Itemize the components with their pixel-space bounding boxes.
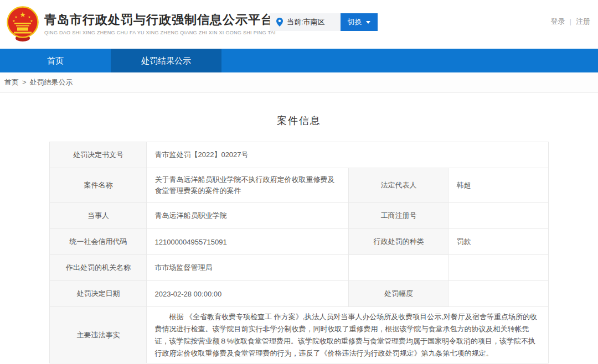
field-label-doc-no: 处罚决定书文号 bbox=[50, 142, 147, 168]
page-title: 案件信息 bbox=[0, 114, 598, 127]
nav-tab-home[interactable]: 首页 bbox=[0, 49, 111, 72]
location-pin-icon bbox=[276, 18, 283, 27]
current-location-label: 当前:市南区 bbox=[287, 17, 325, 27]
table-row-facts: 主要违法事实 根据 《全省教育收费专项检查工 作方案》,执法人员对当事人办公场所… bbox=[50, 307, 548, 363]
field-value-punishment-type: 罚款 bbox=[448, 229, 548, 255]
field-value-legal-representative: 韩超 bbox=[448, 168, 548, 203]
field-label-case-name: 案件名称 bbox=[50, 168, 147, 203]
field-label-authority: 作出处罚的机关名称 bbox=[50, 255, 147, 281]
chevron-down-icon bbox=[366, 21, 370, 24]
field-value-authority: 市市场监督管理局 bbox=[147, 255, 349, 281]
site-title-pinyin: QING DAO SHI XING ZHENG CHU FA YU XING Z… bbox=[44, 30, 276, 35]
svg-text:★: ★ bbox=[28, 15, 30, 19]
empty-cell bbox=[349, 255, 448, 281]
table-row-party: 当事人 青岛远洋船员职业学院 工商注册号 bbox=[50, 203, 548, 229]
switch-district-label: 切换 bbox=[348, 17, 362, 27]
table-row-decision-date: 处罚决定日期 2023-02-28 00:00:00 处罚幅度 bbox=[50, 281, 548, 307]
table-row-authority: 作出处罚的机关名称 市市场监督管理局 bbox=[50, 255, 548, 281]
auth-divider: | bbox=[570, 17, 571, 25]
location-selector: 当前:市南区 切换 bbox=[270, 13, 378, 31]
switch-district-button[interactable]: 切换 bbox=[341, 13, 378, 31]
field-label-decision-date: 处罚决定日期 bbox=[50, 281, 147, 307]
field-value-credit-code: 121000004955715091 bbox=[147, 229, 349, 255]
case-info-table: 处罚决定书文号 青市监处罚【2022】02027号 案件名称 关于青岛远洋船员职… bbox=[49, 142, 548, 363]
breadcrumb-home-link[interactable]: 首页 bbox=[4, 78, 19, 86]
field-label-facts: 主要违法事实 bbox=[50, 307, 147, 363]
brand: ★ ★ ★ ★ ★ 青岛市行政处罚与行政强制信息公示平台 QING DAO SH… bbox=[6, 6, 276, 42]
svg-text:★: ★ bbox=[14, 15, 17, 19]
field-label-credit-code: 统一社会信用代码 bbox=[50, 229, 147, 255]
svg-text:★: ★ bbox=[12, 19, 15, 23]
field-value-party: 青岛远洋船员职业学院 bbox=[147, 203, 349, 229]
field-value-facts: 根据 《全省教育收费专项检查工 作方案》,执法人员对当事人办公场所及收费项目公示… bbox=[147, 307, 548, 363]
table-row-doc-no: 处罚决定书文号 青市监处罚【2022】02027号 bbox=[50, 142, 548, 168]
field-value-doc-no: 青市监处罚【2022】02027号 bbox=[147, 142, 548, 168]
svg-text:★: ★ bbox=[30, 19, 33, 23]
field-value-business-reg-no bbox=[448, 203, 548, 229]
breadcrumb-separator: > bbox=[22, 78, 27, 86]
breadcrumb: 首页>处罚结果公示 bbox=[0, 72, 598, 93]
field-label-business-reg-no: 工商注册号 bbox=[349, 203, 448, 229]
site-header: ★ ★ ★ ★ ★ 青岛市行政处罚与行政强制信息公示平台 QING DAO SH… bbox=[0, 0, 598, 49]
site-title: 青岛市行政处罚与行政强制信息公示平台 bbox=[44, 13, 276, 27]
field-label-punishment-type: 行政处罚的种类 bbox=[349, 229, 448, 255]
auth-links: 登录|注册 bbox=[551, 17, 590, 27]
nav-tab-punishment-results[interactable]: 处罚结果公示 bbox=[111, 49, 221, 72]
national-emblem-logo: ★ ★ ★ ★ ★ bbox=[6, 6, 40, 42]
field-label-punishment-extent: 处罚幅度 bbox=[349, 281, 448, 307]
field-value-case-name: 关于青岛远洋船员职业学院不执行政府定价收取重修费及食堂管理费案的案件的案件 bbox=[147, 168, 349, 203]
svg-text:★: ★ bbox=[19, 11, 26, 19]
brand-text: 青岛市行政处罚与行政强制信息公示平台 QING DAO SHI XING ZHE… bbox=[44, 13, 276, 35]
empty-cell bbox=[448, 255, 548, 281]
field-value-decision-date: 2023-02-28 00:00:00 bbox=[147, 281, 349, 307]
main-nav: 首页 处罚结果公示 bbox=[0, 49, 598, 72]
table-row-credit-code: 统一社会信用代码 121000004955715091 行政处罚的种类 罚款 bbox=[50, 229, 548, 255]
breadcrumb-current-link[interactable]: 处罚结果公示 bbox=[30, 78, 73, 86]
content-area: 案件信息 处罚决定书文号 青市监处罚【2022】02027号 案件名称 关于青岛… bbox=[0, 114, 598, 363]
field-value-punishment-extent bbox=[448, 281, 548, 307]
field-label-legal-representative: 法定代表人 bbox=[349, 168, 448, 203]
current-location: 当前:市南区 bbox=[270, 13, 341, 31]
register-link[interactable]: 注册 bbox=[576, 17, 590, 25]
field-label-party: 当事人 bbox=[50, 203, 147, 229]
facts-paragraph: 根据 《全省教育收费专项检查工 作方案》,执法人员对当事人办公场所及收费项目公示… bbox=[154, 311, 540, 360]
login-link[interactable]: 登录 bbox=[551, 17, 565, 25]
table-row-case-name: 案件名称 关于青岛远洋船员职业学院不执行政府定价收取重修费及食堂管理费案的案件的… bbox=[50, 168, 548, 203]
